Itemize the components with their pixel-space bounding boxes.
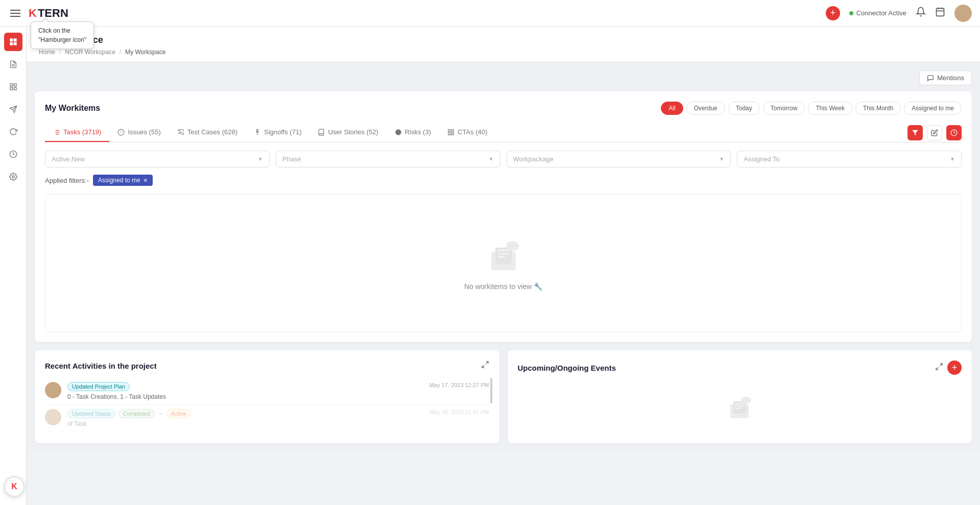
mentions-label: Mentions: [937, 74, 964, 82]
tabs: Tasks (3719) Issues (55) Test Cases (628…: [45, 123, 962, 142]
tab-testcases-label: Test Cases (628): [187, 128, 237, 136]
breadcrumb-home[interactable]: Home: [39, 49, 55, 56]
calendar-button[interactable]: [935, 7, 945, 19]
breadcrumb: Home / NCGR Workspace / My Workspace: [39, 49, 968, 56]
filter-active-new-label: Active,New: [52, 155, 85, 163]
workitems-header: My Workitems All Overdue Today Tomorrow …: [45, 102, 962, 115]
main-content: My Workspace Home / NCGR Workspace / My …: [27, 27, 980, 505]
workspace-body: Mentions My Workitems All Overdue Today …: [27, 62, 980, 451]
events-empty-illustration: [724, 392, 755, 423]
tab-issues[interactable]: Issues (55): [109, 123, 169, 142]
scrollbar[interactable]: [490, 378, 492, 403]
avatar: [954, 5, 972, 22]
svg-rect-6: [10, 42, 13, 45]
breadcrumb-workspace[interactable]: NCGR Workspace: [65, 49, 115, 56]
svg-rect-39: [497, 253, 510, 254]
svg-point-17: [12, 176, 14, 178]
svg-rect-33: [451, 133, 453, 135]
tab-testcases[interactable]: Test Cases (628): [169, 123, 246, 142]
svg-marker-34: [912, 130, 918, 135]
pill-this-month[interactable]: This Month: [855, 102, 901, 115]
navbar: K TERN Click on the "Hamburger icon" + C…: [0, 0, 980, 27]
chevron-down-icon: ▼: [489, 156, 494, 162]
empty-state-text: No workitems to view 🔧: [464, 282, 542, 291]
events-empty-state: [518, 382, 962, 433]
tooltip-line1: Click on the: [38, 26, 86, 35]
sidebar-document-icon[interactable]: [4, 55, 22, 74]
pill-this-week[interactable]: This Week: [808, 102, 852, 115]
events-expand-button[interactable]: [935, 360, 943, 375]
tab-ctas[interactable]: CTAs (40): [439, 123, 495, 142]
tab-tasks[interactable]: Tasks (3719): [45, 123, 109, 142]
recent-activities-expand-button[interactable]: [481, 360, 489, 371]
events-add-button[interactable]: +: [947, 360, 962, 375]
workitems-card: My Workitems All Overdue Today Tomorrow …: [35, 91, 972, 342]
page-header: My Workspace Home / NCGR Workspace / My …: [27, 27, 980, 62]
svg-point-42: [508, 245, 509, 247]
activity-time: May 16, 2023 11:41 PM: [429, 409, 489, 415]
upcoming-events-header: Upcoming/Ongoing Events +: [518, 360, 962, 375]
ctas-icon: [447, 129, 455, 136]
tooltip-line2: "Hamburger icon": [38, 35, 86, 44]
svg-point-57: [746, 399, 747, 400]
tab-signoffs[interactable]: Signoffs (71): [246, 123, 309, 142]
filter-tag-assigned-to-me: Assigned to me ×: [93, 175, 153, 186]
pill-today[interactable]: Today: [728, 102, 760, 115]
issues-icon: [117, 129, 125, 136]
workitems-content-area: No workitems to view 🔧: [45, 194, 962, 332]
filter-phase[interactable]: Phase ▼: [276, 151, 500, 167]
clock-tab-icon: [950, 129, 958, 136]
svg-point-44: [515, 245, 517, 247]
pill-tomorrow[interactable]: Tomorrow: [763, 102, 805, 115]
filter-phase-label: Phase: [282, 155, 301, 163]
filter-assigned-to[interactable]: Assigned To ▼: [737, 151, 962, 167]
svg-rect-30: [448, 129, 450, 131]
tab-actions: [907, 125, 962, 140]
sidebar-settings-icon[interactable]: [4, 167, 22, 186]
breadcrumb-sep2: /: [119, 49, 121, 56]
pill-all[interactable]: All: [661, 102, 683, 115]
hamburger-button[interactable]: [8, 8, 22, 19]
connector-status: Connector Active: [849, 9, 906, 17]
tasks-icon: [53, 129, 60, 136]
pill-assigned-to-me[interactable]: Assigned to me: [904, 102, 962, 115]
applied-filters: Applied filters:- Assigned to me ×: [45, 175, 962, 186]
edit-action-button[interactable]: [927, 125, 942, 140]
events-action-buttons: +: [935, 360, 962, 375]
svg-rect-11: [14, 84, 16, 86]
activity-content: Updated Project Plan 0 - Task Creations,…: [67, 382, 423, 400]
tooltip-box: Click on the "Hamburger icon": [31, 21, 94, 49]
filter-tag-remove[interactable]: ×: [144, 177, 148, 184]
pill-overdue[interactable]: Overdue: [686, 102, 725, 115]
upcoming-events-panel: Upcoming/Ongoing Events +: [508, 350, 972, 443]
svg-point-56: [743, 399, 744, 400]
svg-rect-12: [10, 87, 13, 90]
activity-avatar: [45, 382, 61, 398]
filter-tag-label: Assigned to me: [98, 177, 140, 184]
tab-userstories[interactable]: User Stories (52): [309, 123, 386, 142]
workitems-title: My Workitems: [45, 104, 100, 113]
sidebar-clock-icon[interactable]: [4, 145, 22, 163]
clock-action-button[interactable]: [946, 125, 962, 140]
sidebar-refresh-icon[interactable]: [4, 123, 22, 141]
sidebar-send-icon[interactable]: [4, 100, 22, 118]
sidebar-grid-icon[interactable]: [4, 78, 22, 96]
filter-workpackage[interactable]: Workpackage ▼: [507, 151, 731, 167]
panel-action-buttons: [481, 360, 489, 371]
empty-state: No workitems to view 🔧: [56, 205, 951, 321]
activity-badge-updated-project-plan: Updated Project Plan: [67, 382, 130, 391]
notifications-button[interactable]: [916, 7, 926, 19]
tab-risks[interactable]: Risks (3): [387, 123, 439, 142]
add-button[interactable]: +: [826, 6, 840, 20]
tab-risks-label: Risks (3): [405, 128, 431, 136]
breadcrumb-current: My Workspace: [125, 49, 165, 56]
tab-userstories-label: User Stories (52): [328, 128, 378, 136]
arrow-label: →: [158, 411, 163, 417]
sidebar-icon-red[interactable]: [4, 33, 22, 51]
filter-active-new[interactable]: Active,New ▼: [45, 151, 270, 167]
filter-action-button[interactable]: [907, 125, 923, 140]
mentions-button[interactable]: Mentions: [919, 70, 972, 85]
ktern-small-logo[interactable]: K: [4, 476, 25, 497]
upcoming-events-title: Upcoming/Ongoing Events: [518, 364, 616, 372]
userstories-icon: [318, 129, 325, 136]
